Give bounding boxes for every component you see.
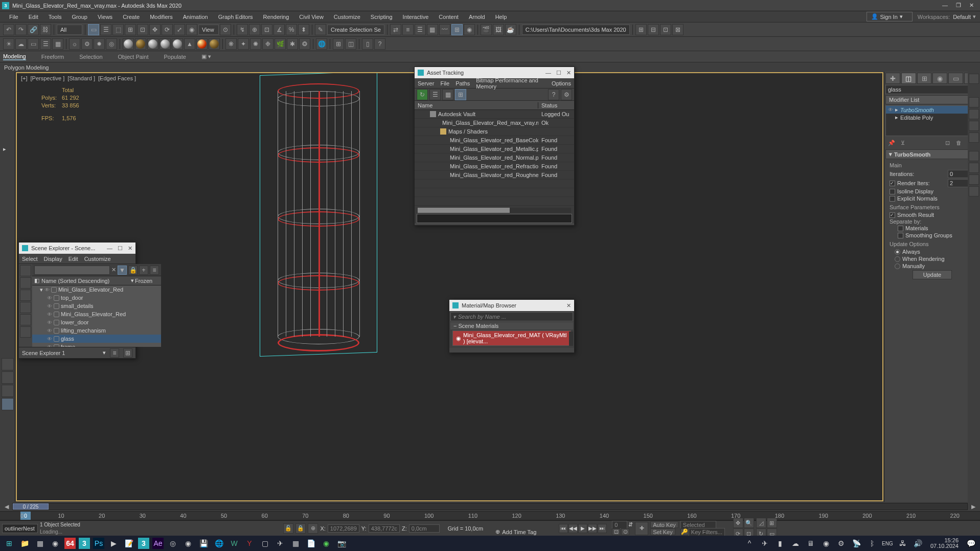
next-frame-button[interactable]: ▶▶: [588, 524, 597, 533]
rail-icon-9[interactable]: [969, 186, 979, 196]
redo-button[interactable]: ↷: [15, 24, 27, 35]
smoothing-groups-checkbox[interactable]: [898, 233, 903, 238]
remove-modifier-icon[interactable]: 🗑: [954, 139, 963, 147]
telegram-tray-icon[interactable]: ✈: [759, 537, 771, 549]
eye-icon[interactable]: 👁: [888, 107, 893, 113]
sphere-red[interactable]: [196, 38, 208, 50]
modifier-list-dropdown[interactable]: Modifier List▾: [885, 95, 979, 104]
time-next-button[interactable]: ▶: [970, 503, 977, 510]
key-filters-button[interactable]: Key Filters...: [689, 528, 725, 536]
spinner-arrows[interactable]: ⇵: [628, 521, 633, 528]
particles-1[interactable]: ❋: [225, 38, 237, 50]
chevron-down-icon[interactable]: ▾: [103, 349, 106, 356]
isolate-selection-icon[interactable]: 🔒: [295, 523, 306, 534]
chrome-icon[interactable]: ◉: [49, 537, 61, 549]
sphere-grey-3[interactable]: [159, 38, 171, 50]
se-menu-display[interactable]: Display: [44, 256, 62, 262]
modifier-stack[interactable]: 👁 ▸ TurboSmooth 👁 ▸ Editable Poly: [885, 105, 979, 136]
smooth-result-checkbox[interactable]: [890, 212, 895, 218]
angle-snap-button[interactable]: ∡: [274, 24, 285, 35]
maximize-icon[interactable]: ☐: [556, 70, 561, 76]
curve-editor-button[interactable]: 〰: [439, 24, 450, 35]
menu-civil-view[interactable]: Civil View: [294, 14, 328, 20]
asset-row[interactable]: Mini_Glass_Elevator_red_Refraction.pngFo…: [415, 162, 574, 171]
unlink-button[interactable]: ⛓: [40, 24, 51, 35]
yandex-icon[interactable]: Y: [243, 537, 256, 549]
spinner-snap-button[interactable]: ⬍: [298, 24, 309, 35]
menu-file[interactable]: File: [4, 14, 24, 20]
at-list-button[interactable]: ☰: [429, 89, 441, 100]
se-filter-all[interactable]: [20, 265, 31, 276]
menu-group[interactable]: Group: [66, 14, 93, 20]
nav-zoom-button[interactable]: 🔍: [744, 518, 754, 528]
mb-scrollbar[interactable]: [569, 332, 573, 346]
viewport-layout-1[interactable]: [2, 358, 14, 370]
scene-explorer-titlebar[interactable]: Scene Explorer - Scene... — ☐ ✕: [19, 243, 135, 254]
move-button[interactable]: ✥: [149, 24, 161, 35]
sphere-gold-1[interactable]: [135, 38, 146, 50]
app-icon-8[interactable]: ◉: [320, 537, 332, 549]
set-key-button[interactable]: Set Key: [650, 528, 675, 535]
schematic-view-button[interactable]: ⊞: [451, 24, 463, 35]
ref-coord-dropdown[interactable]: View: [198, 25, 219, 35]
se-filter-lights[interactable]: [20, 302, 31, 313]
aftereffects-icon[interactable]: Ae: [152, 538, 164, 549]
tray-icon-2[interactable]: ☁: [789, 537, 802, 549]
app-icon-7[interactable]: 📄: [305, 537, 317, 549]
set-key-big-button[interactable]: ✚: [635, 522, 648, 535]
at-tree-button[interactable]: ⊞: [455, 89, 466, 100]
se-filter-helpers[interactable]: [20, 326, 31, 338]
y-field[interactable]: 438,7772c: [369, 524, 400, 533]
tray-icon-3[interactable]: 🖥: [805, 537, 817, 549]
close-icon[interactable]: ✕: [128, 245, 132, 252]
minimize-icon[interactable]: —: [107, 245, 112, 252]
scene-item[interactable]: 👁lifting_mechanism: [32, 326, 161, 335]
render-iters-checkbox[interactable]: [890, 181, 895, 186]
named-selection-dropdown[interactable]: Create Selection Se: [327, 25, 384, 35]
mb-search-input[interactable]: ▾Search by Name ...: [450, 312, 573, 321]
close-icon[interactable]: ✕: [566, 302, 571, 309]
viewport-plus[interactable]: [+]: [21, 75, 28, 81]
visibility-icon[interactable]: 👁: [47, 312, 52, 317]
selection-lock-icon[interactable]: ⊕: [308, 523, 318, 534]
scene-item[interactable]: 👁Mini_Glass_Elevator_Red: [32, 310, 161, 318]
taskview-icon[interactable]: ▦: [34, 537, 46, 549]
rail-icon-3[interactable]: [969, 109, 979, 119]
nav-fov-button[interactable]: ◿: [756, 518, 766, 528]
start-button[interactable]: ⊞: [3, 537, 15, 549]
explicit-normals-checkbox[interactable]: [890, 196, 895, 202]
scene-item[interactable]: 👁small_details: [32, 302, 161, 310]
explosion-button[interactable]: ✸: [94, 38, 105, 50]
menu-customize[interactable]: Customize: [329, 14, 366, 20]
viewport-layout-2[interactable]: [2, 371, 14, 384]
vray-light-button[interactable]: ☀: [3, 38, 14, 50]
close-icon[interactable]: ✕: [566, 70, 571, 76]
sphere-grey-1[interactable]: [123, 38, 134, 50]
app-icon-5[interactable]: ✈: [274, 537, 286, 549]
chevron-down-icon[interactable]: ▾: [973, 13, 976, 20]
at-col-status[interactable]: Status: [538, 102, 574, 108]
photoshop-icon[interactable]: Ps: [93, 538, 104, 549]
at-menu-paths[interactable]: Paths: [455, 80, 470, 86]
tray-icon-5[interactable]: ⚙: [835, 537, 848, 549]
auto-key-button[interactable]: Auto Key: [650, 521, 678, 528]
rail-icon-5[interactable]: [969, 133, 979, 143]
minimize-icon[interactable]: —: [545, 70, 551, 76]
sun-button[interactable]: ☼: [69, 38, 80, 50]
cloud-button[interactable]: ☁: [15, 38, 27, 50]
language-indicator[interactable]: ENG: [881, 537, 894, 549]
rotate-button[interactable]: ⟳: [162, 24, 173, 35]
scene-explorer-list[interactable]: ▾👁Mini_Glass_Elevator_Red👁top_door👁small…: [32, 285, 161, 347]
explorer-icon[interactable]: 📁: [18, 537, 31, 549]
volume-icon[interactable]: 🔊: [912, 537, 924, 549]
word-icon[interactable]: W: [228, 537, 240, 549]
align-button[interactable]: ≡: [402, 24, 414, 35]
menu-edit[interactable]: Edit: [24, 14, 43, 20]
se-search-input[interactable]: [34, 266, 110, 275]
isoline-checkbox[interactable]: [890, 189, 895, 194]
visibility-icon[interactable]: 👁: [47, 295, 52, 301]
project-button-4[interactable]: ⊠: [672, 24, 683, 35]
se-footer-btn-2[interactable]: ⊞: [123, 348, 132, 358]
viewport-layout-4[interactable]: [2, 398, 14, 410]
se-col-frozen[interactable]: Frozen: [135, 278, 152, 284]
